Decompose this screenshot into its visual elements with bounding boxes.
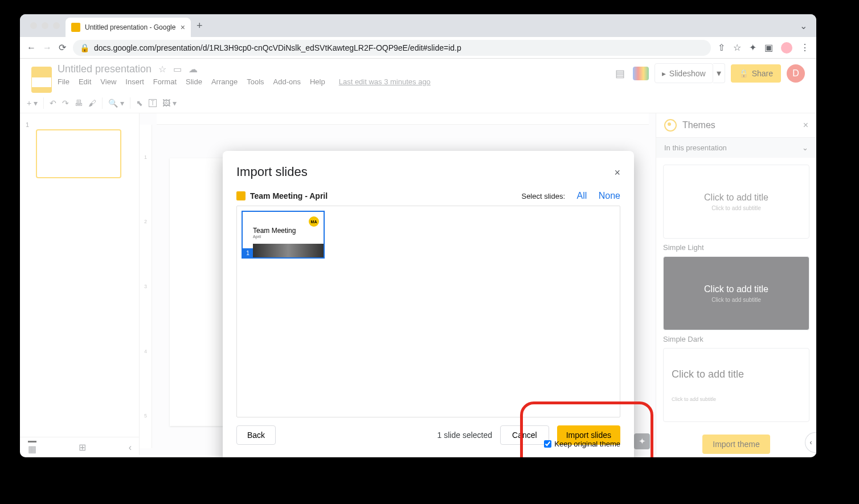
- thumb-image: [253, 244, 324, 257]
- url-text: docs.google.com/presentation/d/1RL3H9cp0…: [94, 43, 461, 52]
- app-area: Untitled presentation ☆ ▭ ☁ File Edit Vi…: [20, 59, 816, 457]
- close-dialog-icon[interactable]: ×: [614, 167, 620, 179]
- keep-theme-label: Keep original theme: [554, 440, 620, 448]
- select-all-link[interactable]: All: [577, 191, 587, 201]
- window-controls[interactable]: [24, 22, 66, 29]
- import-slide-thumb[interactable]: MA Team Meeting April 1: [242, 211, 325, 259]
- thumb-subtitle: April: [253, 235, 261, 239]
- select-slides-label: Select slides:: [521, 192, 565, 200]
- lock-icon: 🔒: [80, 43, 89, 52]
- address-bar: ← → ⟳ 🔒 docs.google.com/presentation/d/1…: [20, 37, 816, 59]
- keep-theme-checkbox[interactable]: [544, 440, 551, 448]
- browser-window: Untitled presentation - Google × + ⌄ ← →…: [20, 14, 816, 457]
- slides-grid: MA Team Meeting April 1: [236, 206, 620, 417]
- tab-title: Untitled presentation - Google: [85, 23, 175, 31]
- back-icon[interactable]: ←: [27, 43, 36, 53]
- thumb-number: 1: [243, 248, 253, 257]
- dialog-title: Import slides: [236, 165, 620, 179]
- cancel-button[interactable]: Cancel: [500, 425, 549, 445]
- select-none-link[interactable]: None: [599, 191, 620, 201]
- slides-icon: [71, 23, 80, 32]
- slides-file-icon: [236, 191, 246, 200]
- reload-icon[interactable]: ⟳: [59, 42, 66, 53]
- url-field[interactable]: 🔒 docs.google.com/presentation/d/1RL3H9c…: [73, 40, 711, 56]
- profile-avatar[interactable]: [781, 42, 792, 54]
- browser-tab[interactable]: Untitled presentation - Google ×: [66, 18, 191, 37]
- thumb-title: Team Meeting: [253, 227, 296, 235]
- menu-icon[interactable]: ⋮: [800, 42, 809, 53]
- new-tab-button[interactable]: +: [197, 20, 203, 32]
- import-slides-dialog: Import slides × Team Meeting - April Sel…: [223, 151, 634, 457]
- selection-status: 1 slide selected: [437, 431, 493, 440]
- share-page-icon[interactable]: ⇧: [718, 42, 725, 53]
- extensions-icon[interactable]: ✦: [749, 42, 756, 53]
- close-icon[interactable]: ×: [181, 23, 185, 32]
- back-button[interactable]: Back: [236, 425, 276, 445]
- source-file-name: Team Meeting - April: [250, 191, 517, 200]
- thumb-logo: MA: [309, 216, 319, 227]
- forward-icon[interactable]: →: [43, 43, 52, 53]
- bookmark-icon[interactable]: ☆: [733, 42, 741, 53]
- tabs-dropdown-icon[interactable]: ⌄: [800, 21, 812, 31]
- tab-strip: Untitled presentation - Google × + ⌄: [20, 14, 816, 37]
- keep-theme-row[interactable]: Keep original theme: [544, 440, 620, 448]
- sidepanel-icon[interactable]: ▣: [764, 42, 773, 53]
